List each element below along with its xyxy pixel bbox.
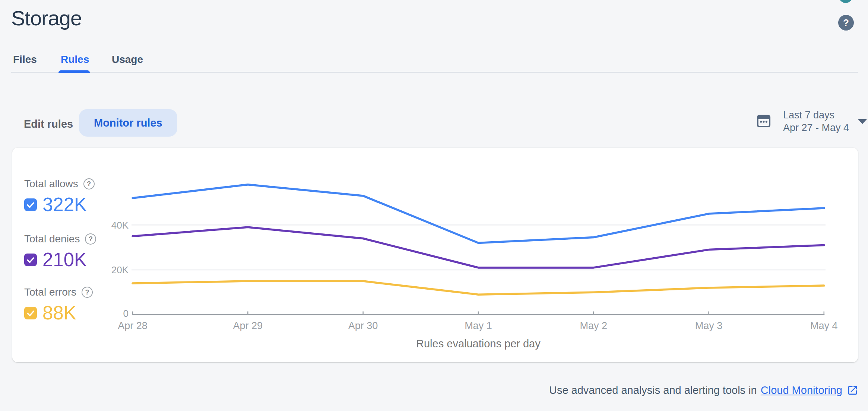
active-tab-indicator (58, 70, 90, 73)
help-button[interactable]: ? (838, 15, 854, 31)
svg-text:Apr 30: Apr 30 (348, 320, 378, 331)
tab-usage[interactable]: Usage (112, 54, 143, 66)
monitor-rules-button[interactable]: Monitor rules (79, 109, 177, 137)
monitoring-card: Total allows ? 322K Total denies ? 210K (12, 148, 858, 362)
svg-text:40K: 40K (111, 220, 129, 231)
rules-evaluations-chart: Apr 28Apr 29Apr 30May 1May 2May 3May 402… (12, 148, 858, 362)
tab-rules[interactable]: Rules (61, 54, 89, 66)
page-title: Storage (11, 6, 82, 30)
question-icon: ? (843, 17, 849, 29)
date-range-label: Last 7 days (783, 109, 849, 121)
avatar-peek (839, 0, 852, 3)
svg-text:Apr 29: Apr 29 (233, 320, 263, 331)
svg-text:May 2: May 2 (580, 320, 607, 331)
tab-files[interactable]: Files (13, 54, 37, 66)
svg-text:Rules evaluations per day: Rules evaluations per day (416, 338, 541, 350)
footer-text: Use advanced analysis and alerting tools… (549, 384, 757, 396)
svg-text:Apr 28: Apr 28 (118, 320, 148, 331)
tab-divider (11, 72, 858, 73)
storage-page: ? Storage Files Rules Usage Edit rules M… (0, 0, 868, 411)
cloud-monitoring-link[interactable]: Cloud Monitoring (761, 384, 842, 396)
edit-rules-button[interactable]: Edit rules (24, 118, 73, 130)
svg-text:May 4: May 4 (810, 320, 838, 331)
chevron-down-icon (858, 119, 867, 124)
svg-text:May 1: May 1 (465, 320, 492, 331)
svg-text:20K: 20K (111, 264, 129, 275)
svg-text:May 3: May 3 (695, 320, 723, 331)
external-link-icon (847, 385, 858, 396)
date-range-picker[interactable]: Last 7 days Apr 27 - May 4 (755, 109, 867, 134)
calendar-icon (755, 112, 772, 129)
date-range-value: Apr 27 - May 4 (783, 121, 849, 134)
svg-text:0: 0 (123, 308, 129, 319)
cloud-monitoring-footer: Use advanced analysis and alerting tools… (549, 384, 858, 396)
